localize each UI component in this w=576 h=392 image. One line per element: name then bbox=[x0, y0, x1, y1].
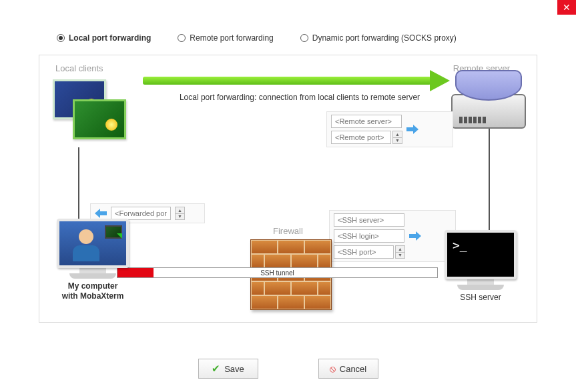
ssh-port-spinner[interactable]: ▲▼ bbox=[395, 245, 405, 259]
dialog-buttons: ✔ Save ⦸ Cancel bbox=[0, 359, 576, 379]
spin-up-icon[interactable]: ▲ bbox=[393, 131, 402, 138]
cancel-icon: ⦸ bbox=[330, 363, 336, 375]
remote-port-input[interactable] bbox=[331, 131, 391, 144]
arrow-right-icon bbox=[406, 125, 418, 134]
spin-down-icon[interactable]: ▼ bbox=[396, 253, 404, 259]
arrow-right-icon bbox=[409, 231, 421, 241]
cancel-button[interactable]: ⦸ Cancel bbox=[318, 359, 378, 379]
ssh-server-caption: SSH server bbox=[434, 293, 527, 302]
spin-down-icon[interactable]: ▼ bbox=[176, 214, 184, 220]
arrow-left-icon bbox=[95, 209, 107, 218]
radio-local-label: Local port forwarding bbox=[69, 33, 151, 43]
radio-remote-forwarding[interactable]: Remote port forwarding bbox=[178, 33, 273, 43]
check-icon: ✔ bbox=[212, 363, 220, 375]
radio-dynamic-label: Dynamic port forwarding (SOCKS proxy) bbox=[312, 33, 457, 43]
spin-up-icon[interactable]: ▲ bbox=[396, 246, 404, 253]
radio-dot-icon bbox=[178, 34, 186, 42]
remote-target-group: ▲▼ bbox=[326, 111, 453, 147]
my-computer-icon: My computer with MobaXterm bbox=[46, 219, 139, 302]
connector-line bbox=[489, 129, 490, 237]
close-button[interactable]: ✕ bbox=[557, 0, 576, 15]
ssh-server-icon: >_ SSH server bbox=[434, 230, 527, 302]
connector-line bbox=[78, 147, 79, 226]
spin-up-icon[interactable]: ▲ bbox=[176, 207, 184, 214]
radio-remote-label: Remote port forwarding bbox=[190, 33, 273, 43]
my-computer-caption-line1: My computer bbox=[68, 281, 118, 291]
local-clients-icon bbox=[47, 74, 134, 147]
ssh-server-input[interactable] bbox=[334, 213, 404, 227]
forwarding-type-radio-group: Local port forwarding Remote port forwar… bbox=[0, 0, 576, 49]
ssh-tunnel-label: SSH tunnel bbox=[260, 269, 294, 277]
my-computer-caption-line2: with MobaXterm bbox=[62, 291, 124, 301]
spin-down-icon[interactable]: ▼ bbox=[393, 138, 402, 144]
radio-dynamic-forwarding[interactable]: Dynamic port forwarding (SOCKS proxy) bbox=[300, 33, 457, 43]
save-button[interactable]: ✔ Save bbox=[198, 359, 258, 379]
forwarded-port-spinner[interactable]: ▲▼ bbox=[175, 207, 185, 220]
tunnel-diagram: Local clients Remote server Firewall Loc… bbox=[39, 55, 537, 323]
local-clients-label: Local clients bbox=[55, 63, 103, 73]
flow-arrow-icon bbox=[143, 73, 450, 89]
save-button-label: Save bbox=[224, 364, 244, 374]
ssh-port-input[interactable] bbox=[334, 245, 394, 259]
flow-arrow-caption: Local port forwarding: connection from l… bbox=[146, 93, 453, 102]
remote-server-input[interactable] bbox=[331, 115, 402, 128]
ssh-login-input[interactable] bbox=[334, 229, 404, 243]
radio-local-forwarding[interactable]: Local port forwarding bbox=[57, 33, 151, 43]
cancel-button-label: Cancel bbox=[340, 364, 366, 374]
remote-server-icon bbox=[451, 70, 526, 129]
close-icon: ✕ bbox=[563, 2, 571, 13]
radio-dot-icon bbox=[57, 34, 65, 42]
ssh-tunnel-bar: SSH tunnel bbox=[117, 267, 438, 278]
firewall-label: Firewall bbox=[273, 226, 303, 236]
radio-dot-icon bbox=[300, 34, 308, 42]
remote-port-spinner[interactable]: ▲▼ bbox=[392, 131, 402, 144]
